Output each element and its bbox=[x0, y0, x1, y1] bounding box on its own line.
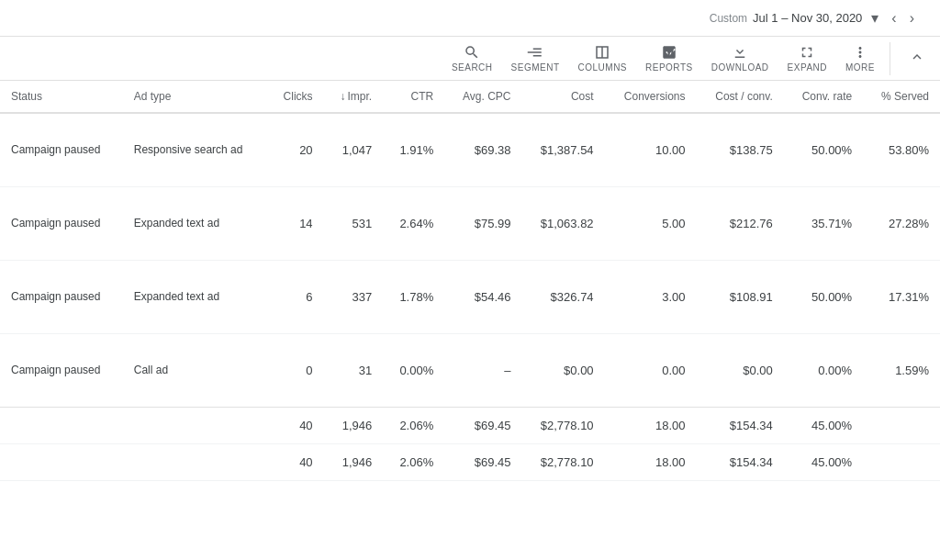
collapse-icon bbox=[909, 49, 925, 65]
cell-avg-cpc: $75.99 bbox=[444, 186, 521, 260]
cell-conv-rate: 50.00% bbox=[784, 260, 863, 333]
date-next-btn[interactable]: › bbox=[906, 8, 918, 28]
col-clicks: Clicks bbox=[267, 81, 324, 113]
cell-cost-conv: $0.00 bbox=[697, 333, 784, 407]
date-range-container: Custom Jul 1 – Nov 30, 2020 ▾ ‹ › bbox=[710, 7, 918, 28]
summary-conversions: 18.00 bbox=[605, 407, 697, 443]
summary-impr: 1,946 bbox=[324, 443, 384, 480]
segment-icon bbox=[527, 44, 543, 61]
summary-avg-cpc: $69.45 bbox=[444, 443, 521, 480]
more-icon bbox=[852, 44, 868, 61]
search-icon bbox=[464, 44, 480, 61]
ads-table: Status Ad type Clicks ↓ Impr. CTR Avg. C… bbox=[0, 81, 940, 481]
search-button[interactable]: SEARCH bbox=[444, 40, 500, 76]
cell-ad-type: Responsive search ad bbox=[123, 113, 267, 186]
cell-cost-conv: $108.91 bbox=[697, 260, 784, 333]
expand-label: EXPAND bbox=[788, 62, 827, 73]
cell-ad-type: Expanded text ad bbox=[123, 260, 267, 333]
table-row: Campaign paused Responsive search ad 20 … bbox=[0, 113, 940, 186]
summary-ad-type bbox=[123, 407, 267, 443]
more-button[interactable]: MORE bbox=[838, 40, 882, 76]
reports-icon bbox=[661, 44, 677, 61]
cell-status: Campaign paused bbox=[0, 333, 123, 407]
cell-status: Campaign paused bbox=[0, 113, 123, 186]
segment-button[interactable]: SEGMENT bbox=[504, 40, 567, 76]
summary-conversions: 18.00 bbox=[605, 443, 697, 480]
date-toolbar: Custom Jul 1 – Nov 30, 2020 ▾ ‹ › bbox=[0, 0, 940, 37]
collapse-button[interactable] bbox=[905, 45, 929, 72]
table-header-row: Status Ad type Clicks ↓ Impr. CTR Avg. C… bbox=[0, 81, 940, 113]
summary-clicks: 40 bbox=[267, 443, 324, 480]
cell-ad-type: Expanded text ad bbox=[123, 186, 267, 260]
summary-cost-conv: $154.34 bbox=[697, 407, 784, 443]
cell-pct-served: 53.80% bbox=[863, 113, 940, 186]
reports-label: REPORTS bbox=[645, 62, 693, 73]
cell-impr: 1,047 bbox=[324, 113, 384, 186]
cell-clicks: 6 bbox=[267, 260, 324, 333]
cell-impr: 31 bbox=[324, 333, 384, 407]
cell-conv-rate: 0.00% bbox=[784, 333, 863, 407]
segment-label: SEGMENT bbox=[511, 62, 560, 73]
summary-status bbox=[0, 407, 123, 443]
svg-rect-0 bbox=[665, 54, 666, 57]
summary-cost-conv: $154.34 bbox=[697, 443, 784, 480]
toolbar-divider bbox=[890, 42, 890, 75]
expand-icon bbox=[799, 44, 815, 61]
svg-rect-2 bbox=[671, 49, 673, 56]
col-conversions: Conversions bbox=[605, 81, 697, 113]
download-button[interactable]: DOWNLOAD bbox=[704, 40, 777, 76]
table-row: Campaign paused Expanded text ad 6 337 1… bbox=[0, 260, 940, 333]
cell-cost-conv: $138.75 bbox=[697, 113, 784, 186]
cell-cost: $1,387.54 bbox=[521, 113, 604, 186]
col-status: Status bbox=[0, 81, 123, 113]
cell-ctr: 1.78% bbox=[383, 260, 444, 333]
cell-ad-type: Call ad bbox=[123, 333, 267, 407]
summary-pct-served bbox=[863, 443, 940, 480]
date-prev-btn[interactable]: ‹ bbox=[888, 8, 900, 28]
cell-avg-cpc: $69.38 bbox=[444, 113, 521, 186]
col-impr: ↓ Impr. bbox=[324, 81, 384, 113]
sort-arrow-icon: ↓ bbox=[341, 90, 346, 103]
data-table-container: Status Ad type Clicks ↓ Impr. CTR Avg. C… bbox=[0, 81, 940, 549]
cell-clicks: 14 bbox=[267, 186, 324, 260]
summary-ctr: 2.06% bbox=[383, 443, 444, 480]
cell-cost: $326.74 bbox=[521, 260, 604, 333]
cell-cost: $0.00 bbox=[521, 333, 604, 407]
columns-icon bbox=[594, 44, 610, 61]
col-pct-served: % Served bbox=[863, 81, 940, 113]
col-ctr: CTR bbox=[383, 81, 444, 113]
columns-label: COLUMNS bbox=[578, 62, 628, 73]
cell-ctr: 2.64% bbox=[383, 186, 444, 260]
cell-cost: $1,063.82 bbox=[521, 186, 604, 260]
summary-impr: 1,946 bbox=[324, 407, 384, 443]
reports-button[interactable]: REPORTS bbox=[638, 40, 700, 76]
cell-pct-served: 27.28% bbox=[863, 186, 940, 260]
cell-clicks: 0 bbox=[267, 333, 324, 407]
table-row: Campaign paused Call ad 0 31 0.00% – $0.… bbox=[0, 333, 940, 407]
cell-conversions: 0.00 bbox=[605, 333, 697, 407]
summary-status bbox=[0, 443, 123, 480]
summary-row: 40 1,946 2.06% $69.45 $2,778.10 18.00 $1… bbox=[0, 443, 940, 480]
more-label: MORE bbox=[845, 62, 875, 73]
cell-ctr: 1.91% bbox=[383, 113, 444, 186]
cell-cost-conv: $212.76 bbox=[697, 186, 784, 260]
cell-pct-served: 17.31% bbox=[863, 260, 940, 333]
columns-button[interactable]: COLUMNS bbox=[571, 40, 635, 76]
svg-rect-1 bbox=[667, 51, 669, 57]
col-conv-rate: Conv. rate bbox=[784, 81, 863, 113]
summary-conv-rate: 45.00% bbox=[784, 407, 863, 443]
search-label: SEARCH bbox=[452, 62, 493, 73]
date-dropdown-btn[interactable]: ▾ bbox=[867, 7, 882, 28]
custom-label: Custom bbox=[710, 12, 747, 25]
cell-clicks: 20 bbox=[267, 113, 324, 186]
summary-pct-served bbox=[863, 407, 940, 443]
table-row: Campaign paused Expanded text ad 14 531 … bbox=[0, 186, 940, 260]
icon-toolbar: SEARCH SEGMENT COLUMNS REPORTS DOWNLOAD bbox=[0, 37, 940, 81]
cell-conversions: 3.00 bbox=[605, 260, 697, 333]
download-label: DOWNLOAD bbox=[711, 62, 769, 73]
col-avg-cpc: Avg. CPC bbox=[444, 81, 521, 113]
summary-row: 40 1,946 2.06% $69.45 $2,778.10 18.00 $1… bbox=[0, 407, 940, 443]
expand-button[interactable]: EXPAND bbox=[780, 40, 834, 76]
cell-conversions: 5.00 bbox=[605, 186, 697, 260]
cell-conversions: 10.00 bbox=[605, 113, 697, 186]
